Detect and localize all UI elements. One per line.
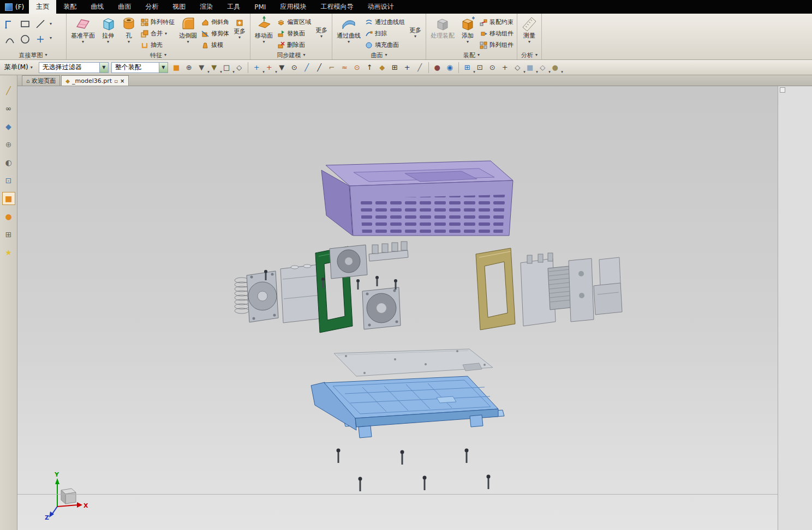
fastener-screws-bottom[interactable] [337,449,491,492]
zoom-icon[interactable]: ⊙ [487,62,498,73]
tab-welcome[interactable]: ⌂ 欢迎页面 [22,75,60,86]
group-dialog-arrow-icon[interactable]: ▾ [477,53,480,57]
measure-button[interactable]: 测量 ▾ [519,15,540,44]
snap-grid-icon[interactable]: ⊞ [389,62,401,73]
window-layout-icon[interactable]: ⊞▾ [462,62,473,73]
edge-blend-button[interactable]: 边倒圆 ▾ [176,15,200,44]
surface-more-button[interactable]: 更多 ▾ [407,15,424,39]
dropdown-arrow-icon[interactable]: ▾ [262,40,265,44]
menu-tab-home[interactable]: 主页 [29,0,56,14]
group-dialog-arrow-icon[interactable]: ▾ [164,53,166,57]
datum-plane-button[interactable]: 基准平面 ▾ [68,15,98,44]
quick-pick-filter-icon[interactable]: ▼▾ [196,62,207,73]
sketch-flyout-arrow-icon[interactable]: ▾ [50,36,52,40]
dropdown-arrow-icon[interactable]: ▾ [348,40,350,44]
feature-more-button[interactable]: 更多 ▾ [231,15,248,40]
world-hand-icon[interactable]: ◐ [2,156,15,169]
snap-angle-icon[interactable]: ╱ [414,62,426,73]
dropdown-arrow-icon[interactable]: ▾ [528,40,530,44]
unite-button[interactable]: 合并 ▾ [139,28,176,39]
menu-tab-mold-wizard[interactable]: 工程模向导 [313,0,360,14]
menu-button[interactable]: 菜单(M) ▾ [1,62,36,74]
menu-tab-render[interactable]: 渲染 [193,0,220,14]
sweep-button[interactable]: 扫掠 [363,28,407,39]
selection-scope-dropdown[interactable]: 整个装配 ▼ [111,62,168,73]
assembly-constraints-button[interactable]: 装配约束 [478,16,515,28]
fan-front-part[interactable] [362,287,401,329]
dropdown-arrow-icon[interactable]: ▾ [320,34,323,39]
menu-tab-analysis[interactable]: 分析 [138,0,165,14]
polygon-select-icon[interactable]: ◇ [234,62,245,73]
snap-center-icon[interactable]: ⊙ [289,62,300,73]
sketch-flyout-arrow-icon[interactable]: ▾ [50,22,52,26]
menu-tab-animation[interactable]: 动画设计 [360,0,401,14]
trim-body-button[interactable]: 修剪体 [200,28,231,39]
menu-tab-application[interactable]: 应用模块 [273,0,313,14]
graphics-viewport[interactable]: Y X Z [17,86,812,530]
3d-scene[interactable]: Y X Z [17,86,812,530]
mount-bracket-part[interactable] [280,264,322,323]
snap-options-icon[interactable]: ▼ [276,62,288,73]
active-tool-icon[interactable]: ■ [2,192,15,205]
extrude-button[interactable]: 拉伸 ▾ [98,15,118,44]
snap-polyline-icon[interactable]: ≈ [339,62,350,73]
iso-view-cube-icon[interactable]: ◆ [2,120,15,133]
dropdown-arrow-icon[interactable]: ▾ [128,40,130,44]
through-curves-button[interactable]: 通过曲线 ▾ [334,15,363,44]
menu-tab-view[interactable]: 视图 [165,0,193,14]
offset-region-button[interactable]: 偏置区域 [276,16,313,28]
replace-face-button[interactable]: 替换面 [276,28,313,39]
menu-tab-surface[interactable]: 曲面 [111,0,138,14]
menu-tab-curve[interactable]: 曲线 [83,0,111,14]
dropdown-arrow-icon[interactable]: ▾ [107,40,109,44]
wcs-triad[interactable]: Y X Z [45,471,88,521]
dropdown-arrow-icon[interactable]: ▾ [238,35,241,40]
group-dialog-arrow-icon[interactable]: ▾ [45,53,47,57]
fan-left-part[interactable] [247,271,278,322]
wireframe-view-icon[interactable]: ◇▾ [537,62,548,73]
profile-icon[interactable] [3,17,17,31]
line-icon[interactable] [33,17,47,31]
spray-paint-icon[interactable]: ╱ [2,84,15,97]
pattern-feature-button[interactable]: 阵列特征 [139,16,176,28]
panel-resize-handle[interactable] [780,87,785,93]
pin-icon[interactable]: ▫ [114,78,118,84]
process-assembly-button[interactable]: 处理装配 [428,15,457,40]
snap-hexagon-icon[interactable]: ◆ [377,62,388,73]
dropdown-arrow-icon[interactable]: ▾ [187,40,189,44]
through-curve-mesh-button[interactable]: 通过曲线组 [363,16,407,28]
heatsink-assembly-part[interactable] [521,253,594,326]
dropdown-arrow-icon[interactable]: ▾ [414,34,416,39]
dropdown-arrow-icon[interactable]: ▾ [561,70,563,74]
draft-button[interactable]: 拔模 [200,39,231,51]
record-macro-icon[interactable]: ● [432,62,443,73]
render-appearance-icon[interactable]: ●▾ [550,62,561,73]
selection-filter-dropdown[interactable]: 无选择过滤器 ▼ [39,62,109,73]
sync-more-button[interactable]: 更多 ▾ [313,15,330,39]
magic-wand-icon[interactable]: ★ [2,246,15,259]
side-plate-part[interactable] [594,257,622,315]
highlight-select-icon[interactable]: ⊕ [183,62,195,73]
tab-model[interactable]: ◆ _model36.prt ▫ × [61,75,129,86]
fit-window-icon[interactable]: ⊡ [474,62,486,73]
crosshair-select-icon[interactable]: +▾ [264,62,275,73]
snap-vertical-icon[interactable]: ↑ [364,62,375,73]
visibility-toggle-icon[interactable]: ◉ [444,62,456,73]
menu-tab-pmi[interactable]: PMI [247,0,273,14]
delete-face-button[interactable]: 删除面 [276,39,313,51]
snap-endpoint-icon[interactable]: ╱ [301,62,313,73]
bezel-frame-part[interactable] [476,248,515,330]
dropdown-arrow-icon[interactable]: ▾ [82,40,84,44]
snap-point-on-curve-icon[interactable]: ⊙ [351,62,363,73]
snap-tangent-icon[interactable]: ⌐ [326,62,338,73]
snap-midpoint-icon[interactable]: ╱ [314,62,325,73]
shaded-view-icon[interactable]: ■▾ [524,62,536,73]
dropdown-arrow-icon[interactable]: ▼ [99,63,108,73]
fan-top-part[interactable] [330,245,367,279]
dropdown-arrow-icon[interactable]: ▾ [467,40,469,44]
group-dialog-arrow-icon[interactable]: ▾ [535,53,538,57]
chamfer-button[interactable]: 倒斜角 [200,16,231,28]
move-component-button[interactable]: 移动组件 [478,28,515,39]
pcb-plate-part[interactable] [334,349,493,376]
top-cover-part[interactable] [321,161,513,236]
